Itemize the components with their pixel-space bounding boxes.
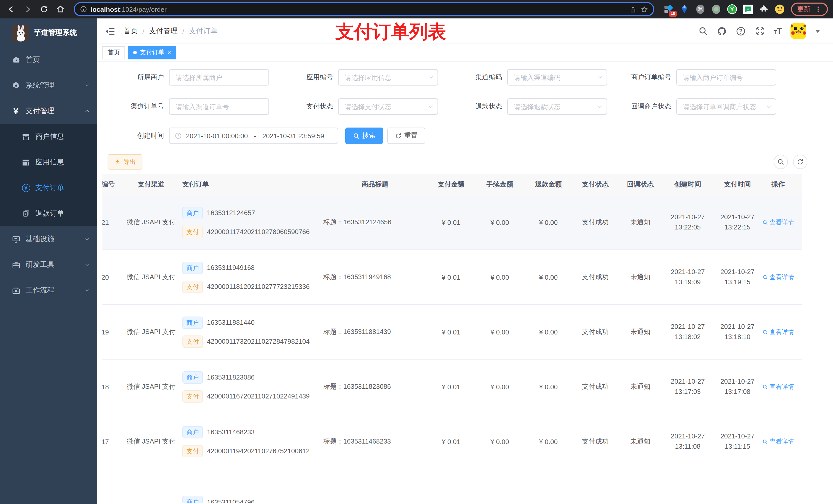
sidebar-item-payment[interactable]: ¥ 支付管理 bbox=[0, 98, 97, 124]
breadcrumb-home[interactable]: 首页 bbox=[123, 26, 138, 35]
sidebar-item-app-info[interactable]: 应用信息 bbox=[0, 149, 97, 175]
share-icon[interactable] bbox=[629, 5, 637, 13]
update-label: 更新 bbox=[797, 5, 810, 14]
top-navbar: 首页 / 支付管理 / 支付订单 TT bbox=[97, 19, 833, 44]
merchant-order-no: 1635311949168 bbox=[207, 264, 255, 271]
sidebar-item-refund-order[interactable]: 退款订单 bbox=[0, 201, 97, 226]
refund-status-select[interactable] bbox=[507, 98, 607, 115]
view-detail-link[interactable]: 查看详情 bbox=[762, 382, 794, 391]
cell-pay-time: 2021-10-2713:19:15 bbox=[713, 267, 762, 287]
help-icon[interactable] bbox=[736, 26, 746, 36]
sidebar-item-home[interactable]: 首页 bbox=[0, 47, 97, 73]
cell-pay-status: 支付成功 bbox=[573, 218, 618, 227]
table-row[interactable]: 19 微信 JSAPI 支付 商户1635311881440 支付4200001… bbox=[102, 305, 802, 360]
sidebar-item-infrastructure[interactable]: 基础设施 bbox=[0, 226, 97, 252]
page-annotation: 支付订单列表 bbox=[336, 20, 446, 45]
toggle-search-button[interactable] bbox=[774, 155, 788, 169]
table-row[interactable]: 商户1635311054796 bbox=[102, 469, 802, 503]
breadcrumb-pay-manage[interactable]: 支付管理 bbox=[149, 26, 178, 35]
view-detail-link[interactable]: 查看详情 bbox=[762, 437, 794, 446]
cell-amount: ¥ 0.01 bbox=[427, 218, 475, 226]
pay-status-select[interactable] bbox=[338, 98, 438, 115]
sidebar-logo[interactable]: 芋道管理系统 bbox=[0, 19, 97, 47]
merchant-order-no: 1635311054796 bbox=[207, 498, 255, 503]
sidebar-item-workflow[interactable]: 工作流程 bbox=[0, 278, 97, 303]
sidebar-item-dev-tools[interactable]: 研发工具 bbox=[0, 252, 97, 278]
profile-emoji-icon[interactable] bbox=[775, 4, 785, 14]
cell-id: 19 bbox=[102, 328, 123, 336]
extension-gem-icon[interactable] bbox=[679, 4, 690, 14]
merchant-order-no-input[interactable] bbox=[676, 69, 776, 86]
sidebar-item-label: 退款订单 bbox=[35, 209, 64, 218]
col-header-pay-status: 支付状态 bbox=[573, 179, 618, 189]
view-detail-link[interactable]: 查看详情 bbox=[762, 218, 794, 226]
github-icon[interactable] bbox=[717, 26, 727, 36]
active-dot bbox=[133, 51, 137, 54]
fullscreen-icon[interactable] bbox=[755, 26, 765, 36]
sidebar-item-pay-order[interactable]: ¥ 支付订单 bbox=[0, 175, 97, 201]
yen-icon: ¥ bbox=[11, 106, 21, 116]
sidebar-item-label: 支付管理 bbox=[26, 106, 84, 116]
extension-badge: 10 bbox=[669, 11, 677, 17]
cell-create-time: 2021-10-2713:22:05 bbox=[663, 212, 713, 233]
tag-close-icon[interactable]: × bbox=[168, 49, 171, 55]
app-id-select[interactable] bbox=[338, 69, 438, 86]
create-time-range-picker[interactable]: 2021-10-01 00:00:00 - 2021-10-31 23:59:5… bbox=[169, 127, 338, 144]
extension-blue-diamond-icon[interactable]: 10 bbox=[663, 4, 674, 14]
export-button[interactable]: 导出 bbox=[108, 154, 142, 170]
browser-forward-icon[interactable] bbox=[22, 3, 34, 15]
notify-status-select[interactable] bbox=[676, 98, 776, 115]
search-icon bbox=[762, 439, 768, 444]
cell-pay-time: 2021-10-2713:18:10 bbox=[713, 322, 762, 342]
bookmark-star-icon[interactable] bbox=[640, 5, 648, 13]
search-button[interactable]: 搜索 bbox=[345, 127, 383, 144]
table-row[interactable]: 17 微信 JSAPI 支付 商户1635311468233 支付4200001… bbox=[102, 414, 802, 469]
cell-create-time: 2021-10-2713:19:09 bbox=[663, 267, 713, 287]
sidebar-item-label: 系统管理 bbox=[26, 81, 84, 90]
date-separator: - bbox=[252, 132, 258, 140]
cell-id: 21 bbox=[102, 218, 123, 226]
table-row[interactable]: 20 微信 JSAPI 支付 商户1635311949168 支付4200001… bbox=[102, 250, 802, 305]
font-size-icon[interactable]: TT bbox=[774, 26, 782, 35]
cell-channel: 微信 JSAPI 支付 bbox=[123, 437, 179, 446]
search-icon[interactable] bbox=[698, 26, 708, 36]
channel-code-select[interactable] bbox=[507, 69, 607, 86]
extension-chat-icon[interactable] bbox=[743, 4, 753, 14]
browser-back-icon[interactable] bbox=[5, 3, 18, 15]
refresh-table-button[interactable] bbox=[793, 155, 807, 169]
filter-row-3: 创建时间 2021-10-01 00:00:00 - 2021-10-31 23… bbox=[108, 127, 823, 144]
extension-grey-circle-icon[interactable] bbox=[711, 4, 721, 14]
col-header-id: 编号 bbox=[102, 179, 123, 189]
avatar-caret-icon[interactable] bbox=[815, 29, 820, 32]
extension-command-icon[interactable]: ⌘ bbox=[695, 4, 706, 14]
sidebar-item-system[interactable]: 系统管理 bbox=[0, 73, 97, 98]
table-row[interactable]: 18 微信 JSAPI 支付 商户1635311823086 支付4200001… bbox=[102, 360, 802, 414]
tag-home[interactable]: 首页 bbox=[102, 46, 125, 59]
cell-pay-time: 2021-10-2713:11:15 bbox=[713, 431, 762, 452]
extensions-puzzle-icon[interactable] bbox=[759, 4, 769, 14]
sidebar-item-merchant-info[interactable]: 商户信息 bbox=[0, 124, 97, 149]
filter-label: 退款状态 bbox=[446, 102, 507, 111]
reset-button[interactable]: 重置 bbox=[387, 127, 425, 144]
sidebar-collapse-icon[interactable] bbox=[105, 26, 115, 36]
cell-pay-order: 商户1635311823086 支付4200001167202110271022… bbox=[179, 371, 320, 402]
search-icon bbox=[762, 384, 768, 389]
merchant-filter-input[interactable] bbox=[169, 69, 269, 86]
browser-update-button[interactable]: 更新 ⋮ bbox=[791, 3, 828, 16]
browser-reload-icon[interactable] bbox=[38, 3, 50, 15]
view-detail-link[interactable]: 查看详情 bbox=[762, 328, 794, 336]
channel-order-no-input[interactable] bbox=[169, 98, 269, 115]
tag-pay-order[interactable]: 支付订单 × bbox=[128, 46, 176, 59]
view-detail-link[interactable]: 查看详情 bbox=[762, 273, 794, 282]
site-info-icon[interactable] bbox=[80, 6, 87, 13]
browser-menu-dots-icon[interactable]: ⋮ bbox=[814, 5, 822, 13]
extension-y-icon[interactable]: Y bbox=[727, 4, 737, 14]
filter-label: 渠道订单号 bbox=[108, 102, 169, 111]
col-header-notify-status: 回调状态 bbox=[618, 179, 663, 189]
sidebar-item-label: 应用信息 bbox=[35, 158, 64, 167]
browser-home-icon[interactable] bbox=[54, 3, 67, 15]
merchant-order-no: 1635311823086 bbox=[207, 374, 255, 381]
address-bar[interactable]: localhost:1024/pay/order bbox=[74, 2, 654, 16]
user-avatar[interactable] bbox=[790, 23, 806, 39]
table-row[interactable]: 21 微信 JSAPI 支付 商户1635312124657 支付4200001… bbox=[102, 195, 802, 250]
